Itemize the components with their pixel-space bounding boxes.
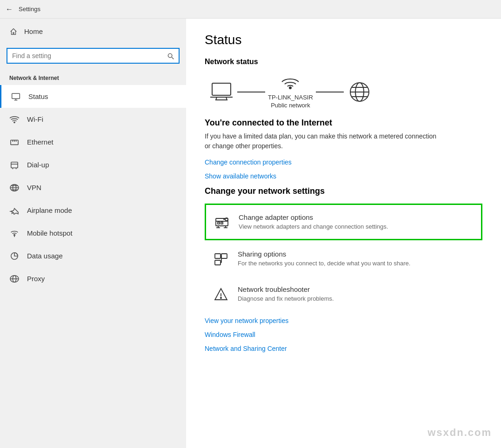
settings-item-sharing[interactable]: Sharing options For the networks you con…	[205, 241, 482, 276]
connected-title: You're connected to the Internet	[205, 118, 482, 128]
sidebar-item-label-dialup: Dial-up	[27, 161, 49, 169]
sidebar-item-status[interactable]: Status	[0, 85, 186, 108]
show-networks-link[interactable]: Show available networks	[205, 172, 482, 180]
change-connection-link[interactable]: Change connection properties	[205, 158, 482, 166]
svg-point-5	[14, 122, 15, 123]
router-icon	[279, 75, 301, 92]
svg-point-49	[220, 297, 221, 298]
dialup-icon	[9, 160, 20, 170]
adapter-icon	[214, 214, 230, 231]
hotspot-icon	[9, 228, 20, 238]
sidebar-item-dialup[interactable]: Dial-up	[0, 153, 186, 176]
adapter-title: Change adapter options	[239, 213, 388, 221]
svg-point-41	[225, 218, 228, 221]
sidebar-item-ethernet[interactable]: Ethernet	[0, 131, 186, 153]
proxy-icon	[9, 274, 20, 283]
windows-firewall-link[interactable]: Windows Firewall	[205, 331, 482, 338]
sharing-desc: For the networks you connect to, decide …	[238, 260, 410, 267]
svg-rect-42	[215, 254, 220, 258]
svg-rect-44	[215, 260, 220, 265]
globe-icon	[347, 80, 372, 104]
sidebar-item-hotspot[interactable]: Mobile hotspot	[0, 222, 186, 244]
adapter-desc: View network adapters and change connect…	[239, 223, 388, 230]
network-center: TP-LINK_NASIR Public network	[268, 75, 313, 109]
sidebar-home[interactable]: Home	[0, 19, 186, 44]
sidebar-item-label-hotspot: Mobile hotspot	[27, 229, 73, 237]
troubleshooter-icon	[213, 286, 229, 303]
airplane-icon	[9, 205, 20, 215]
search-input[interactable]	[12, 52, 164, 59]
svg-point-27	[289, 87, 291, 89]
svg-rect-25	[212, 83, 231, 95]
sidebar-item-label-wifi: Wi-Fi	[27, 115, 43, 123]
sidebar-item-airplane[interactable]: Airplane mode	[0, 199, 186, 222]
svg-point-0	[168, 53, 172, 57]
network-diagram: TP-LINK_NASIR Public network	[205, 75, 482, 109]
content-area: Status Network status	[186, 19, 501, 448]
sidebar: Home Network & Internet St	[0, 19, 186, 448]
sidebar-item-label-datausage: Data usage	[27, 252, 63, 260]
svg-rect-10	[11, 162, 18, 168]
change-network-title: Change your network settings	[205, 186, 482, 196]
sidebar-item-vpn[interactable]: VPN	[0, 176, 186, 199]
troubleshooter-desc: Diagnose and fix network problems.	[238, 295, 334, 302]
status-icon	[11, 92, 21, 101]
sidebar-item-label-airplane: Airplane mode	[27, 206, 72, 214]
laptop-icon	[209, 81, 234, 103]
sharing-title: Sharing options	[238, 250, 410, 258]
network-status-title: Network status	[205, 58, 482, 66]
datausage-icon	[9, 251, 20, 261]
sidebar-item-proxy[interactable]: Proxy	[0, 267, 186, 290]
adapter-text: Change adapter options View network adap…	[239, 213, 388, 230]
search-box[interactable]	[7, 48, 180, 64]
svg-rect-43	[221, 254, 227, 258]
network-line-1	[237, 92, 265, 92]
sidebar-item-label-ethernet: Ethernet	[27, 138, 53, 146]
sidebar-section-title: Network & Internet	[0, 70, 186, 85]
svg-rect-35	[218, 222, 220, 224]
sidebar-item-datausage[interactable]: Data usage	[0, 244, 186, 267]
network-name: TP-LINK_NASIR	[268, 94, 313, 101]
connected-desc: If you have a limited data plan, you can…	[205, 132, 437, 151]
sidebar-item-label-vpn: VPN	[27, 184, 41, 191]
title-bar: ← Settings	[0, 0, 501, 19]
app-title: Settings	[19, 6, 40, 13]
svg-rect-2	[12, 94, 20, 99]
network-sharing-link[interactable]: Network and Sharing Center	[205, 345, 482, 352]
sharing-icon	[213, 251, 229, 267]
network-line-2	[316, 92, 344, 92]
back-button[interactable]: ←	[6, 5, 13, 13]
settings-item-adapter[interactable]: Change adapter options View network adap…	[205, 204, 482, 240]
settings-item-troubleshooter[interactable]: Network troubleshooter Diagnose and fix …	[205, 277, 482, 311]
network-type: Public network	[271, 102, 310, 109]
view-network-properties-link[interactable]: View your network properties	[205, 317, 482, 324]
troubleshooter-title: Network troubleshooter	[238, 285, 334, 293]
troubleshooter-text: Network troubleshooter Diagnose and fix …	[238, 285, 334, 302]
home-icon	[9, 27, 18, 36]
sidebar-item-label-proxy: Proxy	[27, 275, 45, 283]
vpn-icon	[9, 183, 20, 192]
sidebar-home-label: Home	[24, 27, 43, 35]
wifi-icon	[9, 114, 20, 124]
svg-line-1	[172, 57, 174, 59]
search-icon	[167, 52, 174, 60]
page-title: Status	[205, 33, 482, 47]
ethernet-icon	[9, 137, 20, 147]
sharing-text: Sharing options For the networks you con…	[238, 250, 410, 267]
sidebar-item-wifi[interactable]: Wi-Fi	[0, 108, 186, 131]
svg-rect-36	[221, 222, 223, 224]
sidebar-item-label-status: Status	[28, 92, 48, 100]
main-layout: Home Network & Internet St	[0, 19, 501, 448]
